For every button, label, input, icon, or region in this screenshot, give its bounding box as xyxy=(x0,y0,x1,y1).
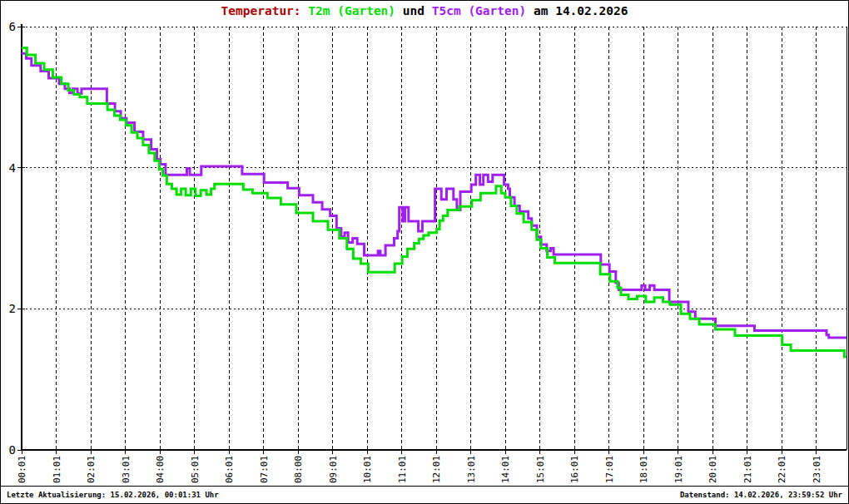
x-tick-label: 09:01 xyxy=(328,456,339,483)
x-tick-label: 23:01 xyxy=(812,456,822,483)
y-tick-label: 0 xyxy=(9,443,16,457)
x-tick-label: 08:00 xyxy=(293,456,304,483)
x-tick-label: 10:01 xyxy=(362,456,373,483)
y-tick-label: 4 xyxy=(9,161,16,175)
series-lines xyxy=(22,47,847,357)
x-tick-label: 20:01 xyxy=(708,456,718,483)
x-tick-labels: 00:0101:0102:0103:0104:0005:0106:0107:01… xyxy=(17,456,822,483)
y-tick-label: 2 xyxy=(9,302,16,315)
x-tick-label: 07:01 xyxy=(259,456,270,483)
x-tick-label: 15:01 xyxy=(535,456,546,483)
chart-frame: Temperatur: T2m (Garten) und T5cm (Garte… xyxy=(0,0,849,504)
x-tick-label: 21:01 xyxy=(742,456,753,483)
x-tick-label: 16:01 xyxy=(569,456,580,483)
data-timestamp-text: Datenstand: 14.02.2026, 23:59:52 Uhr xyxy=(680,491,842,499)
plot-area: 0246 00:0101:0102:0103:0104:0005:0106:01… xyxy=(1,1,849,487)
x-tick-label: 14:01 xyxy=(500,456,511,483)
y-tick-label: 6 xyxy=(9,20,16,33)
series-line-t5cm xyxy=(22,53,847,338)
x-tick-label: 17:01 xyxy=(604,456,615,483)
x-tick-label: 01:01 xyxy=(52,456,62,483)
x-tick-label: 06:01 xyxy=(224,456,235,483)
x-tick-label: 13:01 xyxy=(466,456,477,483)
x-tick-label: 22:01 xyxy=(777,456,787,483)
x-tick-label: 12:01 xyxy=(431,456,442,483)
axes xyxy=(17,24,847,454)
gridlines xyxy=(22,27,847,450)
y-tick-labels: 0246 xyxy=(9,20,16,457)
x-tick-label: 05:01 xyxy=(190,456,201,483)
x-tick-label: 18:01 xyxy=(638,456,649,483)
x-tick-label: 03:01 xyxy=(121,456,132,483)
x-tick-label: 04:00 xyxy=(155,456,166,483)
x-tick-label: 02:01 xyxy=(86,456,97,483)
last-update-text: Letzte Aktualisierung: 15.02.2026, 00:01… xyxy=(7,491,219,499)
x-tick-label: 11:01 xyxy=(397,456,408,483)
x-tick-label: 00:01 xyxy=(17,456,27,483)
x-tick-label: 19:01 xyxy=(673,456,684,483)
status-bar: Letzte Aktualisierung: 15.02.2026, 00:01… xyxy=(1,486,848,503)
